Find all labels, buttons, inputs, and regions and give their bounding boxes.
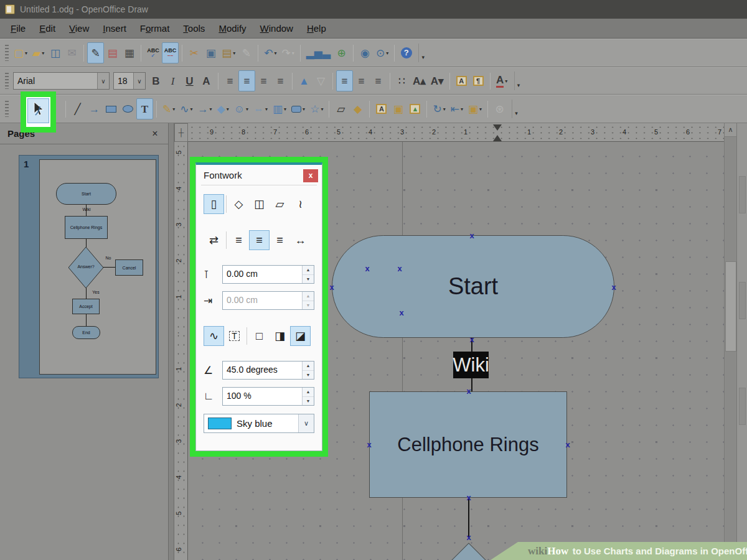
font-size-select[interactable]: 18 ∨ — [113, 72, 146, 90]
fontwork-gallery-icon[interactable]: A — [373, 98, 390, 119]
cut-icon[interactable]: ✂ — [186, 42, 202, 63]
fontwork-upright-icon[interactable]: ◫ — [249, 194, 270, 214]
zoom-icon[interactable]: ⊙▾ — [374, 42, 391, 63]
fontwork-rotate-icon[interactable]: ◇ — [228, 194, 249, 214]
close-icon[interactable]: x — [303, 169, 318, 182]
text-tool-icon[interactable]: T — [136, 98, 153, 119]
start-shape[interactable]: Start — [332, 235, 614, 338]
insert-chart-icon[interactable]: ▂▅▃ — [304, 42, 333, 63]
spinner-buttons[interactable]: ▲▼ — [302, 388, 314, 405]
connector-tool-icon[interactable]: ∿▾ — [177, 98, 195, 119]
fontwork-align-center-icon[interactable]: ≡ — [249, 230, 270, 250]
font-name-select[interactable]: Arial ∨ — [13, 72, 110, 90]
align-center-icon[interactable]: ≡ — [238, 70, 255, 91]
fontwork-slant-horizontal-icon[interactable]: ▱ — [270, 194, 290, 214]
shadow-size-input[interactable]: 100 % ▲▼ — [222, 387, 314, 406]
menu-insert[interactable]: Insert — [96, 21, 133, 36]
fontwork-no-shadow-icon[interactable]: □ — [249, 326, 270, 346]
paragraph-dialog-icon[interactable]: ¶ — [470, 70, 487, 91]
rotate-icon[interactable]: ↻▾ — [430, 98, 448, 119]
print-icon[interactable]: ▦ — [121, 42, 138, 63]
panel-divider[interactable] — [168, 123, 174, 560]
page-thumbnail[interactable]: 1 Start Wiki Cellphone Rings Answer? No … — [19, 155, 159, 378]
alignment-icon[interactable]: ⇤▾ — [448, 98, 466, 119]
indent-input[interactable]: 0.00 cm ▲▼ — [222, 291, 314, 310]
scrollbar-thumb[interactable] — [725, 261, 736, 352]
decision-diamond-shape[interactable] — [450, 543, 487, 560]
line-spacing-2-icon[interactable]: ≡ — [370, 70, 387, 91]
glue-points-icon[interactable]: ◆ — [349, 98, 366, 119]
line-spacing-15-icon[interactable]: ≡ — [353, 70, 370, 91]
menu-edit[interactable]: Edit — [32, 21, 62, 36]
lines-arrows-icon[interactable]: →▾ — [195, 98, 215, 119]
fontwork-align-left-icon[interactable]: ≡ — [228, 230, 249, 250]
decrease-font-icon[interactable]: A▾ — [428, 70, 446, 91]
cellphone-rings-shape[interactable]: Cellphone Rings — [369, 391, 567, 498]
shadow-angle-input[interactable]: 45.0 degrees ▲▼ — [222, 361, 314, 380]
help-icon[interactable]: ? — [398, 42, 415, 63]
arrow-tool-icon[interactable]: → — [86, 98, 103, 119]
new-icon[interactable]: ▢▾ — [11, 42, 30, 63]
email-icon[interactable]: ✉ — [63, 42, 80, 63]
gallery-icon[interactable]: ▲ — [406, 98, 423, 119]
line-spacing-1-icon[interactable]: ≡ — [336, 70, 353, 91]
paste-icon[interactable]: ▤▾ — [219, 42, 238, 63]
underline-icon[interactable]: U — [181, 70, 198, 91]
spacing-increase-icon[interactable]: ▲ — [296, 70, 312, 91]
menu-window[interactable]: Window — [253, 21, 300, 36]
export-pdf-icon[interactable]: ▤ — [104, 42, 121, 63]
edit-mode-icon[interactable]: ✎ — [87, 42, 104, 63]
open-icon[interactable]: ▰▾ — [30, 42, 47, 63]
bold-icon[interactable]: B — [148, 70, 164, 91]
basic-shapes-icon[interactable]: ◆▾ — [215, 98, 232, 119]
vertical-scrollbar[interactable]: ∧ — [724, 123, 736, 560]
copy-icon[interactable]: ▣ — [202, 42, 219, 63]
fontwork-text-contour-icon[interactable]: T — [224, 326, 245, 346]
flowchart-shapes-icon[interactable]: ▥▾ — [270, 98, 289, 119]
spellcheck-icon[interactable]: ABC✓ — [144, 42, 162, 63]
fontwork-orientation-icon[interactable]: ⇄ — [204, 230, 224, 250]
shadow-color-select[interactable]: Sky blue ∨ — [204, 414, 314, 433]
spinner-buttons[interactable]: ▲▼ — [302, 266, 314, 283]
close-icon[interactable]: × — [149, 128, 161, 139]
fontwork-autosize-icon[interactable]: ↔ — [290, 230, 311, 250]
select-tool-button[interactable] — [27, 98, 49, 123]
fontwork-align-right-icon[interactable]: ≡ — [270, 230, 290, 250]
autospellcheck-icon[interactable]: ABC~~ — [162, 42, 179, 63]
increase-font-icon[interactable]: A▴ — [410, 70, 428, 91]
toolbar-grip[interactable] — [5, 73, 9, 89]
chevron-down-icon[interactable]: ∨ — [133, 73, 145, 89]
ellipse-tool-icon[interactable] — [120, 98, 136, 119]
italic-icon[interactable]: I — [164, 70, 181, 91]
toolbar-overflow-button[interactable]: ▾ — [512, 100, 520, 118]
font-effects-icon[interactable]: A — [198, 70, 215, 91]
from-file-icon[interactable]: ▣ — [390, 98, 406, 119]
menu-tools[interactable]: Tools — [176, 21, 212, 36]
undo-icon[interactable]: ↶▾ — [261, 42, 279, 63]
curve-tool-icon[interactable]: ✎▾ — [160, 98, 177, 119]
align-justified-icon[interactable]: ≡ — [272, 70, 289, 91]
font-color-icon[interactable]: A▾ — [494, 70, 510, 91]
block-arrows-icon[interactable]: ⇔▾ — [251, 98, 270, 119]
fontwork-slant-vertical-icon[interactable]: ≀ — [290, 194, 311, 214]
navigator-icon[interactable]: ◉ — [357, 42, 374, 63]
callout-shapes-icon[interactable]: ▾ — [289, 98, 308, 119]
align-right-icon[interactable]: ≡ — [255, 70, 272, 91]
character-dialog-icon[interactable]: A — [453, 70, 470, 91]
edit-points-icon[interactable]: ▱ — [332, 98, 349, 119]
toolbar-overflow-button[interactable]: ▾ — [418, 44, 427, 62]
spinner-buttons[interactable]: ▲▼ — [302, 362, 314, 379]
menu-file[interactable]: File — [4, 21, 32, 36]
menu-modify[interactable]: Modify — [212, 21, 253, 36]
scroll-up-icon[interactable]: ∧ — [725, 123, 736, 137]
save-icon[interactable]: ◫ — [47, 42, 63, 63]
fontwork-off-icon[interactable]: ▯ — [204, 194, 224, 214]
fontwork-slant-shadow-icon[interactable]: ◪ — [290, 326, 311, 346]
toolbar-grip[interactable] — [5, 45, 9, 61]
menu-format[interactable]: Format — [133, 21, 177, 36]
distance-input[interactable]: 0.00 cm ▲▼ — [222, 265, 314, 284]
rectangle-tool-icon[interactable] — [103, 98, 120, 119]
star-shapes-icon[interactable]: ☆▾ — [308, 98, 326, 119]
wiki-text-selected[interactable]: Wiki — [453, 352, 489, 378]
ruler-indent-marker[interactable] — [493, 131, 502, 141]
